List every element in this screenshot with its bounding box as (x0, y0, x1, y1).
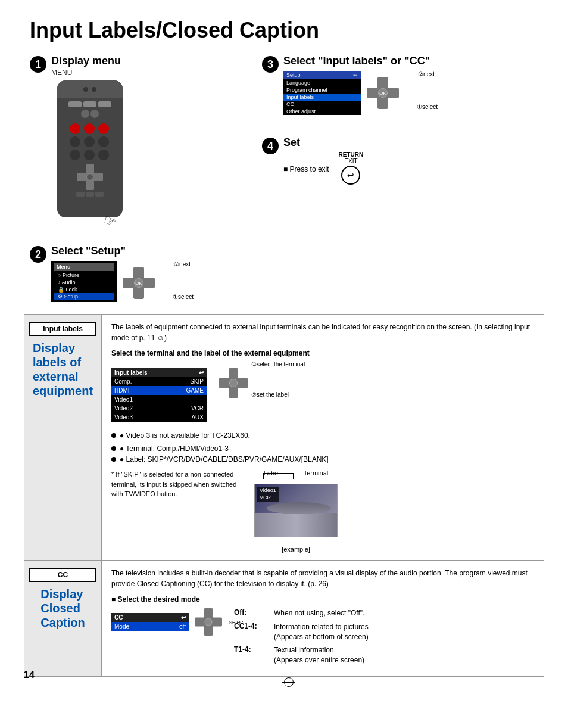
bullet-dot1 (111, 433, 116, 438)
cc-mode-t14-desc: Textual information(Appears over entire … (274, 645, 364, 665)
corner-mark-tl (11, 11, 23, 23)
step2-menu: Menu ○ Picture ♪ Audio 🔒 Lock ⚙ Setup (51, 261, 117, 302)
input-labels-dpad-area: ①select the terminal ②set the label (219, 368, 248, 398)
step2-select-label: ①select (173, 294, 194, 300)
cc-description: The television includes a built-in decod… (111, 568, 534, 589)
step2-block: 2 Select "Setup" Menu ○ Picture ♪ Audio … (30, 245, 244, 302)
input-labels-description: The labels of equipment connected to ext… (111, 322, 534, 343)
step4-return-exit: RETURN EXIT ↩ (339, 151, 364, 186)
step3-block: 3 Select "Input labels" or "CC" Setup ↩ … (262, 55, 544, 115)
step2-next-label: ②next (174, 261, 191, 267)
page: Input Labels/Closed Caption 1 Display me… (0, 0, 568, 728)
example-image-container: Label Terminal Video1 VCR (254, 469, 338, 553)
step3-content: Select "Input labels" or "CC" Setup ↩ La… (283, 55, 544, 115)
cc-menu-dpad: CC↩ Modeoff (111, 608, 222, 636)
note-video3: ● Video 3 is not available for TC-23LX60… (111, 431, 534, 440)
cc-sidebar: CC Display Closed Caption (24, 561, 102, 676)
cc-select-mode-title: ■ Select the desired mode (111, 594, 534, 605)
example-label: [example] (282, 546, 310, 553)
cc-mode-t14-label: T1-4: (234, 645, 267, 654)
step1-content: Display menu MENU (51, 55, 244, 217)
annotation-select-terminal: ①select the terminal (251, 361, 305, 368)
terminal-word: Terminal (304, 469, 329, 477)
steps-area: 1 Display menu MENU (30, 55, 544, 302)
cc-mode-cc14: CC1-4: Information related to pictures(A… (234, 622, 369, 642)
step3-menu: Setup ↩ Language Program channel Input l… (283, 71, 361, 115)
skip-note: * If "SKIP" is selected for a non-connec… (111, 469, 242, 499)
annotation-set-label: ②set the label (251, 391, 289, 398)
ilm-row-comp: Comp.SKIP (111, 377, 207, 386)
cc-dpad-area: select (195, 608, 222, 636)
input-labels-badge: Input labels (29, 322, 96, 336)
ilm-row-video1: Video1 (111, 395, 207, 404)
step4-content: Set ■ Press to exit RETURN EXIT ↩ (283, 136, 544, 186)
corner-mark-bl (11, 657, 23, 668)
input-labels-menu: Input labels↩ Comp.SKIP HDMIGAME Video1 (111, 368, 207, 422)
input-labels-sidebar: Input labels Display labels of external … (24, 315, 102, 560)
bullet-dot3 (111, 457, 116, 462)
step1-subtitle: MENU (51, 69, 244, 77)
input-labels-section: Input labels Display labels of external … (24, 315, 544, 561)
step3-title: Select "Input labels" or "CC" (283, 55, 544, 67)
step2-content: Select "Setup" Menu ○ Picture ♪ Audio 🔒 … (51, 245, 244, 302)
step4-visual: ■ Press to exit RETURN EXIT ↩ (283, 151, 544, 186)
input-labels-title: Display labels of external equipment (33, 341, 93, 398)
cc-body: The television includes a built-in decod… (102, 561, 544, 676)
bullet-dot2 (111, 446, 116, 451)
terminal-bullet: ● Terminal: Comp./HDMI/Video1-3 (111, 444, 534, 453)
ilm-row-video3: Video3AUX (111, 413, 207, 422)
step3-next-label: ②next (418, 71, 435, 77)
cc-title: Display Closed Caption (40, 587, 85, 630)
ilm-row-hdmi: HDMIGAME (111, 386, 207, 395)
step3-visual: Setup ↩ Language Program channel Input l… (283, 71, 544, 115)
step1-block: 1 Display menu MENU (30, 55, 244, 217)
page-title: Input Labels/Closed Caption (30, 18, 544, 43)
cc-mode-off-label: Off: (234, 608, 267, 617)
corner-mark-tr (545, 11, 557, 23)
input-labels-select-title: Select the terminal and the label of the… (111, 348, 534, 359)
main-content: Input labels Display labels of external … (24, 314, 544, 677)
step2-title: Select "Setup" (51, 245, 244, 257)
cc-select-annotation: select (229, 619, 245, 626)
remote-illustration: ☞ (57, 80, 123, 217)
cc-mode-off-desc: When not using, select "Off". (274, 608, 364, 618)
cc-modes-table: Off: When not using, select "Off". CC1-4… (234, 608, 369, 669)
step2-number: 2 (30, 246, 46, 263)
label-bullet: ● Label: SKIP*/VCR/DVD/CABLE/DBS/PVR/GAM… (111, 455, 534, 463)
ilm-row-video2: Video2VCR (111, 404, 207, 413)
example-image-box: Video1 VCR (254, 478, 338, 543)
step3-select-label: ①select (417, 104, 438, 110)
terminal-select-area: Input labels↩ Comp.SKIP HDMIGAME Video1 (111, 363, 534, 427)
right-steps: 3 Select "Input labels" or "CC" Setup ↩ … (262, 55, 544, 302)
step3-number: 3 (262, 56, 279, 73)
step4-block: 4 Set ■ Press to exit RETURN EXIT ↩ (262, 136, 544, 186)
cc-mode-cc14-desc: Information related to pictures(Appears … (274, 622, 369, 642)
left-steps: 1 Display menu MENU (30, 55, 244, 302)
input-labels-body: The labels of equipment connected to ext… (102, 315, 544, 560)
step2-visual: Menu ○ Picture ♪ Audio 🔒 Lock ⚙ Setup O (51, 261, 244, 302)
step3-dpad-area: OK ②next ①select (367, 71, 399, 109)
page-number: 14 (24, 670, 35, 680)
cc-menu-header: CC↩ (111, 613, 189, 622)
step1-title: Display menu (51, 55, 244, 67)
step2-dpad-area: OK ②next ①select (123, 261, 155, 299)
cc-mode-t14: T1-4: Textual information(Appears over e… (234, 645, 369, 665)
step3-menu-header: Setup (286, 72, 301, 78)
ilm-header: Input labels↩ (111, 368, 207, 377)
step4-number: 4 (262, 138, 279, 154)
cc-section: CC Display Closed Caption The television… (24, 561, 544, 676)
cc-mode-area: CC↩ Modeoff (111, 608, 534, 669)
cc-menu: CC↩ Modeoff (111, 613, 189, 631)
corner-mark-br (545, 657, 557, 668)
crosshair-circle (284, 677, 294, 687)
cc-badge: CC (29, 568, 96, 582)
cc-menu-mode: Modeoff (111, 622, 189, 631)
example-image: Video1 VCR (254, 484, 338, 537)
step1-number: 1 (30, 56, 46, 73)
example-overlay: Video1 VCR (257, 487, 279, 502)
step4-title: Set (283, 136, 544, 149)
step4-press-exit: ■ Press to exit (283, 164, 329, 173)
example-area: * If "SKIP" is selected for a non-connec… (111, 469, 534, 553)
cc-mode-off: Off: When not using, select "Off". (234, 608, 369, 618)
